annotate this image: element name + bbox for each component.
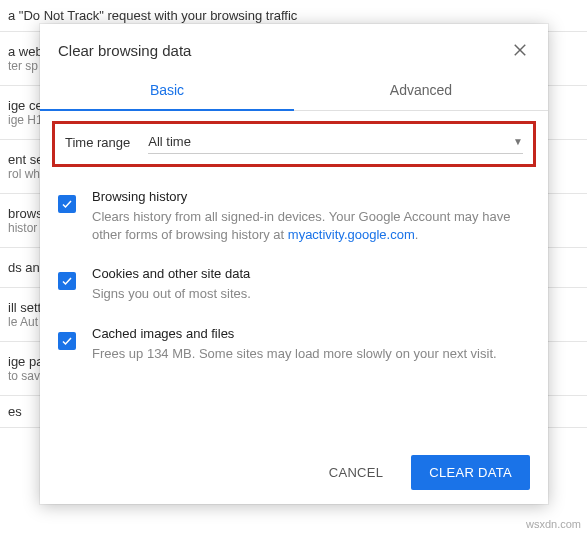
myactivity-link[interactable]: myactivity.google.com — [288, 227, 415, 242]
option-title: Cached images and files — [92, 326, 497, 341]
dialog-tabs: Basic Advanced — [40, 70, 548, 111]
time-range-label: Time range — [65, 135, 130, 150]
time-range-highlight: Time range All time ▼ — [52, 121, 536, 167]
chevron-down-icon: ▼ — [513, 136, 523, 147]
option-title: Cookies and other site data — [92, 266, 251, 281]
clear-data-button[interactable]: CLEAR DATA — [411, 455, 530, 490]
dialog-title: Clear browsing data — [58, 42, 510, 59]
tab-advanced[interactable]: Advanced — [294, 70, 548, 110]
watermark: wsxdn.com — [526, 518, 581, 530]
cancel-button[interactable]: CANCEL — [311, 455, 402, 490]
option-desc: Clears history from all signed-in device… — [92, 208, 530, 244]
clear-browsing-data-dialog: Clear browsing data Basic Advanced Time … — [40, 24, 548, 504]
option-browsing-history: Browsing history Clears history from all… — [58, 179, 530, 256]
close-icon[interactable] — [510, 40, 530, 60]
checkbox-cookies[interactable] — [58, 272, 76, 290]
option-title: Browsing history — [92, 189, 530, 204]
checkbox-cache[interactable] — [58, 332, 76, 350]
option-cache: Cached images and files Frees up 134 MB.… — [58, 316, 530, 375]
tab-basic[interactable]: Basic — [40, 70, 294, 110]
time-range-value: All time — [148, 134, 191, 149]
option-desc: Frees up 134 MB. Some sites may load mor… — [92, 345, 497, 363]
time-range-select[interactable]: All time ▼ — [148, 130, 523, 154]
option-desc: Signs you out of most sites. — [92, 285, 251, 303]
checkbox-browsing-history[interactable] — [58, 195, 76, 213]
option-cookies: Cookies and other site data Signs you ou… — [58, 256, 530, 315]
